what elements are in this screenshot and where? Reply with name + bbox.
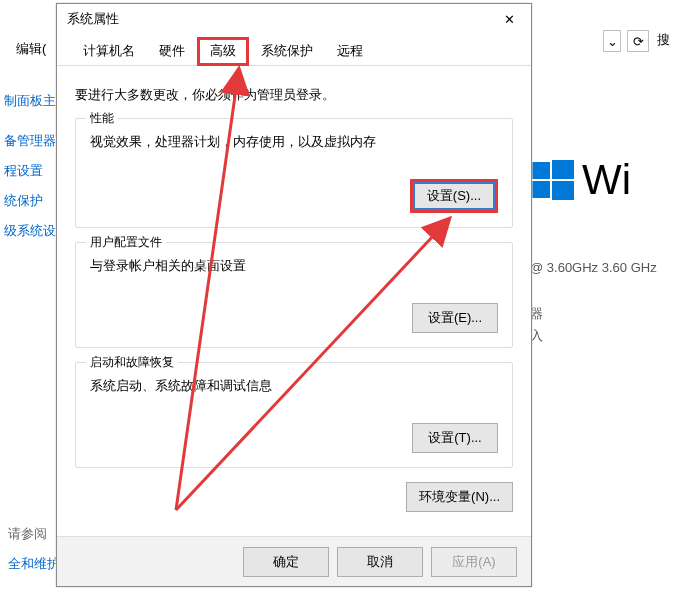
windows-logo-icon	[530, 158, 574, 202]
windows-logo-row: Wi	[530, 156, 685, 204]
close-button[interactable]: ✕	[487, 4, 531, 34]
user-profile-settings-button[interactable]: 设置(E)...	[412, 303, 498, 333]
search-label: 搜	[655, 31, 679, 51]
left-panel-crop: 编辑( 制面板主页 备管理器 程设置 统保护 级系统设置 请参阅 全和维护	[0, 0, 60, 599]
tab-hardware[interactable]: 硬件	[147, 38, 197, 65]
right-info-crop: Wi @ 3.60GHz 3.60 GHz 器 入	[530, 100, 685, 345]
tab-row: 计算机名 硬件 高级 系统保护 远程	[57, 34, 531, 66]
admin-note: 要进行大多数更改，你必须作为管理员登录。	[75, 86, 513, 104]
cropped-char-1: 器	[530, 305, 685, 323]
sidebar-link-security[interactable]: 全和维护	[4, 549, 60, 579]
windows-text: Wi	[582, 156, 631, 204]
chevron-down-icon: ⌄	[607, 34, 618, 49]
tab-computer-name[interactable]: 计算机名	[71, 38, 147, 65]
svg-rect-3	[552, 181, 574, 200]
svg-rect-0	[530, 162, 550, 179]
refresh-icon: ⟳	[633, 34, 644, 49]
startup-recovery-title: 启动和故障恢复	[86, 354, 178, 371]
apply-button[interactable]: 应用(A)	[431, 547, 517, 577]
performance-settings-button[interactable]: 设置(S)...	[410, 179, 498, 213]
cropped-char-2: 入	[530, 327, 685, 345]
svg-rect-2	[530, 181, 550, 198]
tab-remote[interactable]: 远程	[325, 38, 375, 65]
user-profile-group: 用户配置文件 与登录帐户相关的桌面设置 设置(E)...	[75, 242, 513, 348]
tab-system-protection[interactable]: 系统保护	[249, 38, 325, 65]
user-profile-desc: 与登录帐户相关的桌面设置	[90, 257, 498, 275]
sidebar-link-remote[interactable]: 程设置	[0, 156, 60, 186]
sidebar-link-home[interactable]: 制面板主页	[0, 86, 60, 116]
sidebar-link-protection[interactable]: 统保护	[0, 186, 60, 216]
tab-advanced[interactable]: 高级	[197, 37, 249, 66]
dialog-content: 要进行大多数更改，你必须作为管理员登录。 性能 视觉效果，处理器计划，内存使用，…	[57, 66, 531, 468]
svg-rect-1	[552, 160, 574, 179]
env-row: 环境变量(N)...	[57, 482, 531, 522]
refresh-button[interactable]: ⟳	[627, 30, 649, 52]
dialog-footer: 确定 取消 应用(A)	[57, 536, 531, 586]
startup-recovery-desc: 系统启动、系统故障和调试信息	[90, 377, 498, 395]
performance-desc: 视觉效果，处理器计划，内存使用，以及虚拟内存	[90, 133, 498, 151]
performance-group: 性能 视觉效果，处理器计划，内存使用，以及虚拟内存 设置(S)...	[75, 118, 513, 228]
dropdown-button[interactable]: ⌄	[603, 30, 621, 52]
ok-button[interactable]: 确定	[243, 547, 329, 577]
dialog-title: 系统属性	[67, 10, 119, 28]
startup-recovery-group: 启动和故障恢复 系统启动、系统故障和调试信息 设置(T)...	[75, 362, 513, 468]
sidebar-link-advanced[interactable]: 级系统设置	[0, 216, 60, 246]
titlebar: 系统属性 ✕	[57, 4, 531, 34]
system-properties-dialog: 系统属性 ✕ 计算机名 硬件 高级 系统保护 远程 要进行大多数更改，你必须作为…	[56, 3, 532, 587]
sidebar-link-device-manager[interactable]: 备管理器	[0, 126, 60, 156]
edit-menu-crop[interactable]: 编辑(	[0, 38, 60, 60]
see-also-label: 请参阅	[4, 519, 60, 549]
user-profile-title: 用户配置文件	[86, 234, 166, 251]
close-icon: ✕	[504, 12, 515, 27]
environment-variables-button[interactable]: 环境变量(N)...	[406, 482, 513, 512]
bg-toolbar: ⌄ ⟳ 搜	[603, 30, 679, 52]
performance-title: 性能	[86, 110, 118, 127]
startup-recovery-settings-button[interactable]: 设置(T)...	[412, 423, 498, 453]
cpu-spec-line: @ 3.60GHz 3.60 GHz	[530, 260, 685, 275]
cancel-button[interactable]: 取消	[337, 547, 423, 577]
